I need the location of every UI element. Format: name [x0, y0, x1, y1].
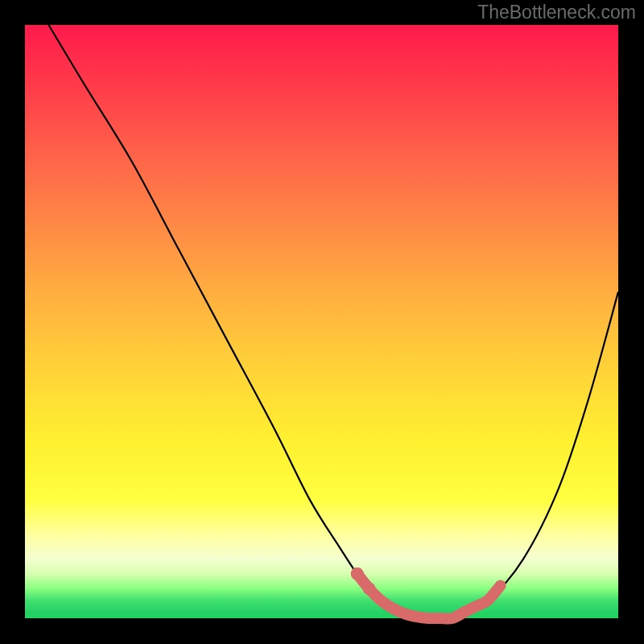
marker-dot — [351, 568, 364, 580]
marker-dot — [362, 582, 375, 595]
chart-canvas: TheBottleneck.com — [0, 0, 644, 644]
curve-overlay — [25, 25, 618, 618]
bottleneck-curve — [48, 25, 618, 620]
watermark-text: TheBottleneck.com — [477, 2, 636, 23]
optimal-range-highlight — [357, 574, 501, 619]
